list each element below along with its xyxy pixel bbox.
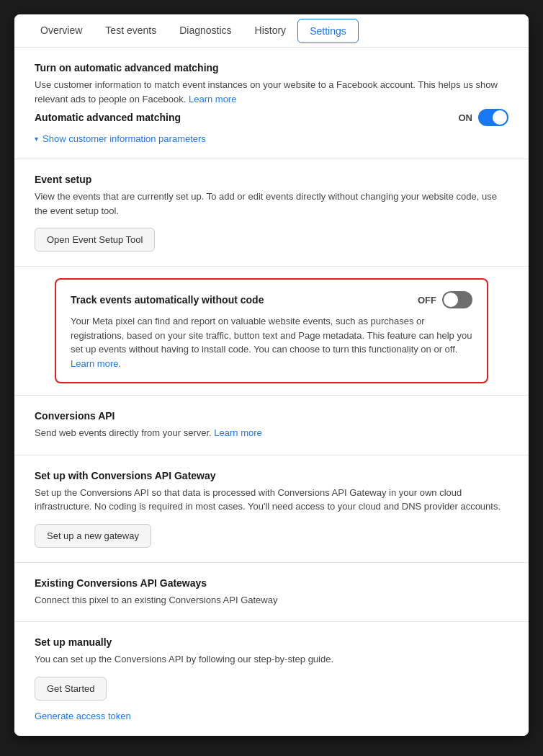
track-events-wrapper: Track events automatically without code … [14, 267, 529, 396]
auto-matching-status-text: ON [459, 112, 473, 123]
auto-matching-desc: Use customer information to match event … [35, 78, 508, 106]
event-setup-title: Event setup [35, 174, 508, 185]
auto-matching-toggle-switch[interactable] [478, 109, 508, 126]
expand-customer-params[interactable]: ▾ Show customer information parameters [35, 133, 508, 144]
manual-setup-desc: You can set up the Conversions API by fo… [35, 652, 508, 667]
set-up-new-gateway-button[interactable]: Set up a new gateway [35, 524, 151, 548]
main-window: Overview Test events Diagnostics History… [14, 14, 529, 736]
tab-diagnostics[interactable]: Diagnostics [168, 14, 243, 48]
manual-setup-section: Set up manually You can set up the Conve… [14, 622, 529, 736]
track-events-status-text: OFF [418, 295, 436, 306]
existing-gateway-section: Existing Conversions API Gateways Connec… [14, 563, 529, 623]
manual-setup-title: Set up manually [35, 636, 508, 648]
track-events-desc: Your Meta pixel can find and report on v… [71, 314, 472, 370]
tab-bar: Overview Test events Diagnostics History… [14, 14, 529, 48]
auto-matching-toggle-row: Automatic advanced matching ON [35, 109, 508, 126]
tab-settings[interactable]: Settings [297, 19, 359, 43]
existing-gateway-desc: Connect this pixel to an existing Conver… [35, 593, 508, 608]
conversions-api-section: Conversions API Send web events directly… [14, 396, 529, 455]
auto-matching-toggle-label: Automatic advanced matching [35, 112, 181, 123]
gateway-setup-title: Set up with Conversions API Gateway [35, 470, 508, 481]
auto-matching-toggle-status[interactable]: ON [459, 109, 509, 126]
expand-label: Show customer information parameters [42, 133, 206, 144]
auto-matching-title: Turn on automatic advanced matching [35, 62, 508, 74]
track-events-title: Track events automatically without code [71, 294, 264, 306]
generate-access-token-link[interactable]: Generate access token [35, 711, 131, 721]
conversions-api-learn-more-link[interactable]: Learn more [214, 427, 261, 438]
existing-gateway-title: Existing Conversions API Gateways [35, 577, 508, 589]
open-event-setup-tool-button[interactable]: Open Event Setup Tool [35, 228, 155, 252]
gateway-setup-desc: Set up the Conversions API so that data … [35, 486, 508, 514]
event-setup-section: Event setup View the events that are cur… [14, 159, 529, 267]
conversions-api-desc: Send web events directly from your serve… [35, 426, 508, 440]
conversions-api-title: Conversions API [35, 410, 508, 422]
content-area: Turn on automatic advanced matching Use … [14, 48, 529, 736]
chevron-down-icon: ▾ [35, 135, 38, 143]
track-events-learn-more-link[interactable]: Learn more [71, 358, 118, 369]
tab-test-events[interactable]: Test events [94, 14, 168, 48]
gateway-setup-section: Set up with Conversions API Gateway Set … [14, 455, 529, 563]
track-events-toggle-status[interactable]: OFF [418, 291, 472, 308]
track-events-toggle-switch[interactable] [442, 291, 472, 308]
tab-overview[interactable]: Overview [29, 14, 94, 48]
auto-matching-section: Turn on automatic advanced matching Use … [14, 48, 529, 159]
auto-matching-learn-more-link[interactable]: Learn more [189, 94, 236, 104]
get-started-button[interactable]: Get Started [35, 677, 107, 701]
track-events-highlight-box: Track events automatically without code … [55, 278, 488, 383]
event-setup-desc: View the events that are currently set u… [35, 190, 508, 218]
track-events-top-row: Track events automatically without code … [71, 291, 472, 308]
tab-history[interactable]: History [243, 14, 298, 48]
